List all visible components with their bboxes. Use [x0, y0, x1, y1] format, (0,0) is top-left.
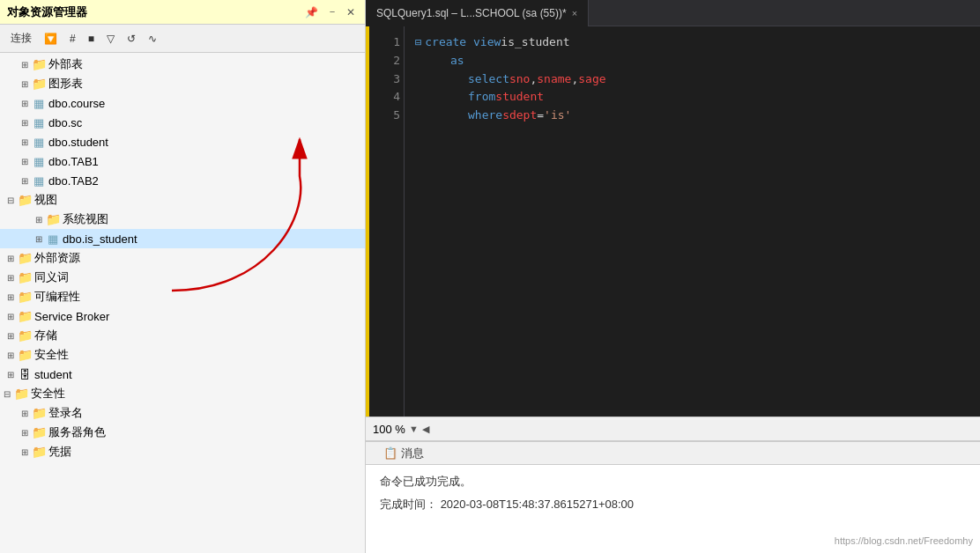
expand-icon[interactable]: ⊞ [4, 348, 18, 362]
tree-item-wai-bu-biao[interactable]: ⊞ 📁 外部表 [0, 55, 365, 74]
folder-icon: 📁 [18, 193, 32, 207]
messages-tab[interactable]: 📋 消息 [373, 444, 434, 463]
collapse-marker: ⊟ [415, 34, 421, 51]
keyword-from: from [468, 88, 495, 107]
col-sno: sno [509, 70, 530, 89]
expand-icon[interactable]: ⊞ [18, 154, 32, 168]
zoom-value: 100 % [373, 423, 405, 436]
item-label: 外部资源 [34, 250, 80, 266]
keyword-as: as [450, 52, 464, 70]
item-label: 视图 [34, 192, 57, 208]
tree-item-deng-lu-ming[interactable]: ⊞ 📁 登录名 [0, 403, 365, 423]
code-line-4: from student [415, 88, 969, 107]
item-label: 服务器角色 [48, 424, 106, 440]
expand-icon[interactable]: ⊞ [4, 309, 18, 323]
tree-item-service-broker[interactable]: ⊞ 📁 Service Broker [0, 306, 365, 326]
view-name: is_student [501, 33, 569, 52]
tree-item-tong-yi-ci[interactable]: ⊞ 📁 同义词 [0, 268, 365, 287]
new-query-button[interactable]: # [66, 31, 79, 47]
folder-icon: 📁 [32, 445, 46, 459]
tree-item-dbo-course[interactable]: ⊞ ▦ dbo.course [0, 93, 365, 113]
tab-close-button[interactable]: × [572, 8, 577, 18]
timestamp-value: 2020-03-08T15:48:37.8615271+08:00 [441, 498, 634, 511]
tab-icon: 📋 [383, 446, 397, 460]
tree-container[interactable]: ⊞ 📁 外部表 ⊞ 📁 图形表 ⊞ ▦ dbo.course ⊞ ▦ dbo.s… [0, 53, 365, 553]
folder-icon: 📁 [14, 387, 28, 401]
table-student: student [495, 88, 544, 107]
expand-icon[interactable]: ⊞ [18, 96, 32, 110]
folder-icon: 📁 [32, 406, 46, 420]
expand-icon[interactable]: ⊞ [32, 212, 46, 226]
keyword-create: create view [425, 33, 501, 52]
filter-button[interactable]: 🔽 [41, 31, 61, 47]
table-icon: ▦ [32, 135, 46, 149]
item-label: 外部表 [48, 56, 83, 72]
expand-icon[interactable]: ⊞ [18, 406, 32, 420]
expand-icon[interactable]: ⊞ [4, 270, 18, 284]
tree-item-dbo-student[interactable]: ⊞ ▦ dbo.student [0, 132, 365, 151]
expand-icon[interactable]: ⊟ [0, 387, 14, 401]
tree-item-cun-chu[interactable]: ⊞ 📁 存储 [0, 326, 365, 345]
tree-item-ke-bian-cheng-xing[interactable]: ⊞ 📁 可编程性 [0, 287, 365, 306]
tree-item-ping-ju[interactable]: ⊞ 📁 凭据 [0, 442, 365, 461]
expand-icon[interactable]: ⊞ [4, 290, 18, 304]
item-label: 安全性 [31, 386, 65, 402]
item-label: dbo.TAB2 [48, 174, 99, 188]
tree-item-fu-wu-qi-jiao-se[interactable]: ⊞ 📁 服务器角色 [0, 423, 365, 442]
code-line-5: where sdept = 'is' [415, 107, 969, 125]
zoom-dropdown[interactable]: ▼ [409, 424, 419, 434]
tree-item-dbo-is-student[interactable]: ⊞ ▦ dbo.is_student [0, 229, 365, 248]
pin-button[interactable]: 📌 [302, 6, 321, 18]
tree-item-tu-xing-biao[interactable]: ⊞ 📁 图形表 [0, 74, 365, 93]
activity-button[interactable]: ∿ [145, 31, 160, 47]
bottom-content: 命令已成功完成。 完成时间： 2020-03-08T15:48:37.86152… [366, 465, 980, 553]
scroll-left-arrow[interactable]: ◀ [422, 424, 429, 435]
code-line-1: ⊟ create view is_student [415, 33, 969, 52]
view-icon: ▦ [46, 232, 60, 246]
minimize-button[interactable]: － [324, 4, 340, 19]
expand-icon[interactable]: ⊞ [4, 328, 18, 343]
close-panel-button[interactable]: ✕ [344, 6, 358, 18]
object-explorer-panel: 对象资源管理器 📌 － ✕ 连接 🔽 # ■ ▽ ↺ ∿ ⊞ 📁 外部表 ⊞ 📁… [0, 0, 366, 553]
tree-item-xi-tong-shi-tu[interactable]: ⊞ 📁 系统视图 [0, 210, 365, 229]
refresh-button[interactable]: ↺ [123, 31, 139, 47]
expand-icon[interactable]: ⊞ [18, 115, 32, 129]
editor-area: 1 2 3 4 5 ⊟ create view is_student as se… [366, 26, 980, 417]
item-label: 系统视图 [63, 211, 108, 227]
item-label: Service Broker [34, 310, 109, 323]
connect-button[interactable]: 连接 [7, 29, 35, 48]
stop-button[interactable]: ■ [85, 31, 98, 47]
expand-icon[interactable]: ⊞ [18, 173, 32, 188]
expand-icon[interactable]: ⊞ [18, 57, 32, 71]
expand-icon[interactable]: ⊞ [18, 445, 32, 459]
tree-item-an-quan-xing-db[interactable]: ⊞ 📁 安全性 [0, 345, 365, 365]
code-editor[interactable]: ⊟ create view is_student as select sno ,… [405, 26, 980, 417]
tree-item-dbo-tab1[interactable]: ⊞ ▦ dbo.TAB1 [0, 151, 365, 171]
expand-icon[interactable]: ⊞ [32, 232, 46, 246]
item-label: dbo.student [48, 136, 108, 149]
tree-item-dbo-tab2[interactable]: ⊞ ▦ dbo.TAB2 [0, 171, 365, 190]
tree-item-student-db[interactable]: ⊞ 🗄 student [0, 365, 365, 384]
tree-item-shi-tu[interactable]: ⊟ 📁 视图 [0, 190, 365, 210]
expand-icon[interactable]: ⊞ [18, 425, 32, 439]
filter2-button[interactable]: ▽ [103, 31, 118, 47]
code-line-3: select sno , sname , sage [415, 70, 969, 89]
expand-icon[interactable]: ⊟ [4, 193, 18, 207]
tree-item-an-quan-xing-root[interactable]: ⊟ 📁 安全性 [0, 384, 365, 403]
folder-icon: 📁 [18, 348, 32, 362]
editor-tab[interactable]: SQLQuery1.sql – L...SCHOOL (sa (55))* × [366, 0, 589, 26]
tab-label: SQLQuery1.sql – L...SCHOOL (sa (55))* [376, 7, 567, 19]
expand-icon[interactable]: ⊞ [18, 77, 32, 91]
tree-item-dbo-sc[interactable]: ⊞ ▦ dbo.sc [0, 113, 365, 132]
tree-item-wai-bu-zi-yuan[interactable]: ⊞ 📁 外部资源 [0, 248, 365, 268]
expand-icon[interactable]: ⊞ [18, 135, 32, 149]
folder-icon: 📁 [32, 57, 46, 71]
item-label: 图形表 [48, 76, 83, 92]
col-sname: sname [537, 70, 571, 89]
expand-icon[interactable]: ⊞ [4, 367, 18, 381]
success-message: 命令已成功完成。 [380, 474, 966, 490]
right-panel-wrapper: SQLQuery1.sql – L...SCHOOL (sa (55))* × … [366, 0, 980, 553]
toolbar: 连接 🔽 # ■ ▽ ↺ ∿ [0, 25, 365, 53]
folder-icon: 📁 [18, 251, 32, 265]
expand-icon[interactable]: ⊞ [4, 251, 18, 265]
